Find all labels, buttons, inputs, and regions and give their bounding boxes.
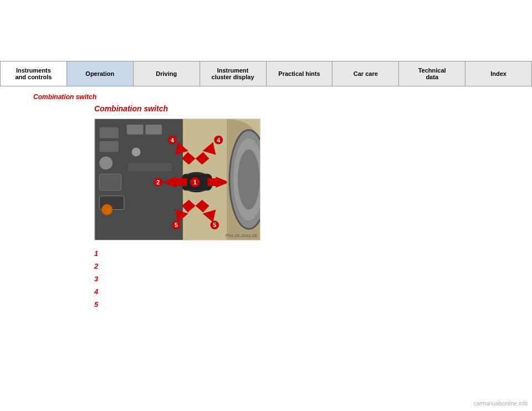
watermark: carmanualsonline.info (474, 400, 528, 407)
list-text-4 (105, 287, 499, 294)
svg-point-4 (99, 156, 112, 169)
svg-rect-5 (99, 174, 121, 191)
list-number-4: 4 (94, 287, 105, 296)
list-number-3: 3 (94, 275, 105, 283)
list-item-4: 4 (94, 287, 499, 296)
nav-technical-data-label: Technicaldata (418, 67, 446, 80)
list-number-5: 5 (94, 300, 105, 309)
svg-point-9 (132, 148, 141, 157)
list-text-2 (105, 262, 499, 269)
nav-index[interactable]: Index (466, 61, 531, 86)
nav-car-care[interactable]: Car care (332, 61, 399, 86)
svg-text:4: 4 (217, 137, 220, 143)
subsection-header: Combination switch (94, 104, 499, 113)
list-text-1 (105, 249, 499, 256)
svg-rect-2 (99, 127, 119, 138)
svg-point-11 (101, 204, 112, 215)
numbered-list: 1 2 3 4 5 (94, 249, 499, 309)
svg-rect-3 (99, 141, 119, 152)
list-item-2: 2 (94, 262, 499, 270)
list-item-3: 3 (94, 275, 499, 283)
nav-driving[interactable]: Driving (134, 61, 200, 86)
nav-driving-label: Driving (156, 70, 177, 77)
nav-index-label: Index (490, 70, 507, 77)
combination-switch-diagram: 1 3 2 4 4 (94, 119, 260, 240)
diagram-svg: 1 3 2 4 4 (95, 119, 260, 240)
nav-technical-data[interactable]: Technicaldata (399, 61, 466, 86)
svg-text:2: 2 (156, 179, 160, 186)
svg-text:P54.25-2042-26: P54.25-2042-26 (226, 233, 257, 238)
svg-point-42 (238, 150, 260, 210)
list-item-5: 5 (94, 300, 499, 309)
nav-instrument-cluster[interactable]: Instrumentcluster display (200, 61, 267, 86)
nav-car-care-label: Car care (354, 70, 378, 77)
svg-rect-8 (146, 125, 162, 135)
navigation-bar: Instrumentsand controls Operation Drivin… (0, 61, 532, 86)
svg-text:5: 5 (175, 222, 178, 228)
list-number-1: 1 (94, 249, 105, 258)
section-header: Combination switch (33, 93, 499, 101)
list-item-1: 1 (94, 249, 499, 258)
nav-practical-hints[interactable]: Practical hints (267, 61, 333, 86)
svg-rect-10 (128, 163, 172, 171)
nav-instruments-and-controls[interactable]: Instrumentsand controls (1, 61, 67, 86)
svg-marker-21 (176, 178, 187, 186)
nav-instruments-label: Instrumentsand controls (15, 67, 52, 80)
nav-operation-label: Operation (85, 70, 114, 77)
nav-operation[interactable]: Operation (67, 61, 134, 86)
svg-text:1: 1 (193, 179, 197, 186)
svg-text:5: 5 (213, 222, 216, 228)
nav-instrument-cluster-label: Instrumentcluster display (212, 67, 254, 80)
nav-practical-hints-label: Practical hints (278, 70, 320, 77)
list-number-2: 2 (94, 262, 105, 270)
list-text-5 (105, 300, 499, 307)
list-text-3 (105, 275, 499, 281)
svg-text:4: 4 (171, 137, 174, 143)
svg-rect-7 (127, 125, 144, 135)
svg-marker-17 (208, 178, 219, 186)
main-content: Combination switch Combination switch (0, 86, 532, 324)
